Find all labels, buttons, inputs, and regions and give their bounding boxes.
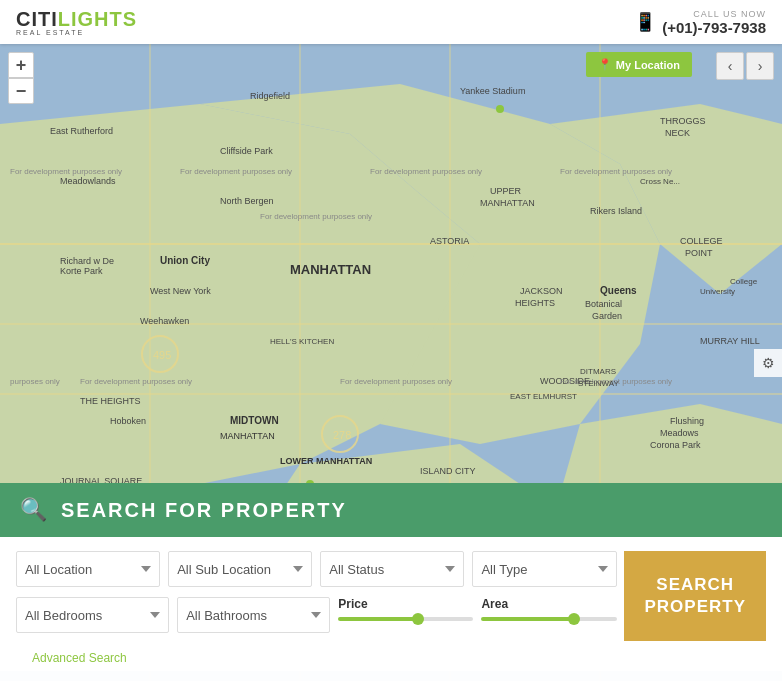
search-header-icon: 🔍 — [20, 497, 47, 523]
svg-text:Cliffside Park: Cliffside Park — [220, 146, 273, 156]
svg-text:Garden: Garden — [592, 311, 622, 321]
price-slider[interactable] — [338, 617, 473, 621]
phone-icon: 📱 — [634, 11, 656, 33]
svg-text:Rikers Island: Rikers Island — [590, 206, 642, 216]
logo-subtitle: REAL ESTATE — [16, 29, 137, 36]
advanced-search-link[interactable]: Advanced Search — [16, 651, 766, 665]
selects-line-2: All Bedrooms 1 2 3 4+ All Bathrooms 1 2 … — [16, 597, 616, 633]
svg-text:For development purposes only: For development purposes only — [260, 212, 372, 221]
svg-text:For development purposes only: For development purposes only — [340, 377, 452, 386]
svg-text:MURRAY HILL: MURRAY HILL — [700, 336, 760, 346]
svg-text:MIDTOWN: MIDTOWN — [230, 415, 279, 426]
map-nav-right[interactable]: › — [746, 52, 774, 80]
svg-text:MANHATTAN: MANHATTAN — [290, 262, 371, 277]
svg-text:THE HEIGHTS: THE HEIGHTS — [80, 396, 141, 406]
my-location-button[interactable]: 📍 My Location — [586, 52, 692, 77]
area-slider[interactable] — [481, 617, 616, 621]
svg-text:Union City: Union City — [160, 255, 210, 266]
svg-text:For development purposes only: For development purposes only — [10, 167, 122, 176]
svg-text:NECK: NECK — [665, 128, 690, 138]
search-header: 🔍 SEARCH FOR PROPERTY — [0, 483, 782, 537]
svg-text:For development purposes only: For development purposes only — [180, 167, 292, 176]
svg-text:MANHATTAN: MANHATTAN — [220, 431, 275, 441]
svg-text:Hoboken: Hoboken — [110, 416, 146, 426]
price-range-col: Price — [338, 597, 473, 621]
svg-text:UPPER: UPPER — [490, 186, 522, 196]
svg-text:COLLEGE: COLLEGE — [680, 236, 723, 246]
svg-text:MANHATTAN: MANHATTAN — [480, 198, 535, 208]
svg-text:College: College — [730, 277, 758, 286]
svg-text:DITMARS: DITMARS — [580, 367, 616, 376]
svg-text:Queens: Queens — [600, 285, 637, 296]
svg-text:For development purposes only: For development purposes only — [370, 167, 482, 176]
svg-text:Meadowlands: Meadowlands — [60, 176, 116, 186]
logo-lights: LIGHTS — [58, 8, 137, 30]
svg-text:For development purposes only: For development purposes only — [560, 167, 672, 176]
location-select[interactable]: All Location New York Manhattan Brooklyn — [16, 551, 160, 587]
svg-text:HELL'S KITCHEN: HELL'S KITCHEN — [270, 337, 334, 346]
logo-citi: CITI — [16, 8, 58, 30]
search-btn-text: SEARCH PROPERTY — [644, 574, 746, 618]
area-range-col: Area — [481, 597, 616, 621]
zoom-in-button[interactable]: + — [8, 52, 34, 78]
svg-text:Botanical: Botanical — [585, 299, 622, 309]
svg-text:For development purposes only: For development purposes only — [80, 377, 192, 386]
search-row-1: All Location New York Manhattan Brooklyn… — [16, 551, 766, 641]
location-pin-icon: 📍 — [598, 58, 612, 71]
map-nav-left[interactable]: ‹ — [716, 52, 744, 80]
svg-text:Yankee Stadium: Yankee Stadium — [460, 86, 525, 96]
svg-text:Ridgefield: Ridgefield — [250, 91, 290, 101]
svg-text:East Rutherford: East Rutherford — [50, 126, 113, 136]
svg-text:THROGGS: THROGGS — [660, 116, 706, 126]
svg-text:Corona Park: Corona Park — [650, 440, 701, 450]
search-panel: 🔍 SEARCH FOR PROPERTY All Location New Y… — [0, 483, 782, 681]
svg-text:ASTORIA: ASTORIA — [430, 236, 469, 246]
svg-text:ISLAND CITY: ISLAND CITY — [420, 466, 476, 476]
search-body: All Location New York Manhattan Brooklyn… — [0, 537, 782, 671]
logo: CITILIGHTS REAL ESTATE — [16, 8, 137, 36]
svg-text:Cross Ne...: Cross Ne... — [640, 177, 680, 186]
svg-text:Richard w De: Richard w De — [60, 256, 114, 266]
svg-text:North Bergen: North Bergen — [220, 196, 274, 206]
search-header-title: SEARCH FOR PROPERTY — [61, 499, 347, 522]
call-us-label: CALL US NOW — [662, 9, 766, 19]
svg-text:Flushing: Flushing — [670, 416, 704, 426]
phone-number: (+01)-793-7938 — [662, 19, 766, 36]
svg-text:purposes only: purposes only — [10, 377, 60, 386]
svg-text:HEIGHTS: HEIGHTS — [515, 298, 555, 308]
bedrooms-select[interactable]: All Bedrooms 1 2 3 4+ — [16, 597, 169, 633]
map-settings-button[interactable]: ⚙ — [754, 349, 782, 377]
svg-text:STEINWAY: STEINWAY — [578, 379, 620, 388]
svg-text:EAST ELMHURST: EAST ELMHURST — [510, 392, 577, 401]
search-selects: All Location New York Manhattan Brooklyn… — [16, 551, 616, 641]
my-location-label: My Location — [616, 59, 680, 71]
bathrooms-select[interactable]: All Bathrooms 1 2 3 4+ — [177, 597, 330, 633]
svg-text:Weehawken: Weehawken — [140, 316, 189, 326]
svg-text:POINT: POINT — [685, 248, 713, 258]
svg-text:JACKSON: JACKSON — [520, 286, 563, 296]
zoom-controls: + − — [8, 52, 34, 104]
zoom-out-button[interactable]: − — [8, 78, 34, 104]
svg-text:Meadows: Meadows — [660, 428, 699, 438]
map: 495 278 East Rutherford Ridgefield Yanke… — [0, 44, 782, 681]
type-select[interactable]: All Type Apartment House Commercial — [472, 551, 616, 587]
sub-location-select[interactable]: All Sub Location Midtown Downtown Uptown — [168, 551, 312, 587]
price-label: Price — [338, 597, 473, 611]
call-text: CALL US NOW (+01)-793-7938 — [662, 9, 766, 36]
header-right: 📱 CALL US NOW (+01)-793-7938 — [634, 9, 766, 36]
svg-text:278: 278 — [333, 429, 351, 441]
status-select[interactable]: All Status For Sale For Rent Sold — [320, 551, 464, 587]
svg-text:Korte Park: Korte Park — [60, 266, 103, 276]
svg-text:495: 495 — [153, 349, 171, 361]
svg-text:LOWER MANHATTAN: LOWER MANHATTAN — [280, 456, 372, 466]
search-property-button[interactable]: SEARCH PROPERTY — [624, 551, 766, 641]
svg-text:West New York: West New York — [150, 286, 211, 296]
svg-text:University: University — [700, 287, 735, 296]
selects-line-1: All Location New York Manhattan Brooklyn… — [16, 551, 616, 587]
area-label: Area — [481, 597, 616, 611]
svg-point-83 — [496, 105, 504, 113]
map-navigation: ‹ › — [716, 52, 774, 80]
header: CITILIGHTS REAL ESTATE 📱 CALL US NOW (+0… — [0, 0, 782, 44]
